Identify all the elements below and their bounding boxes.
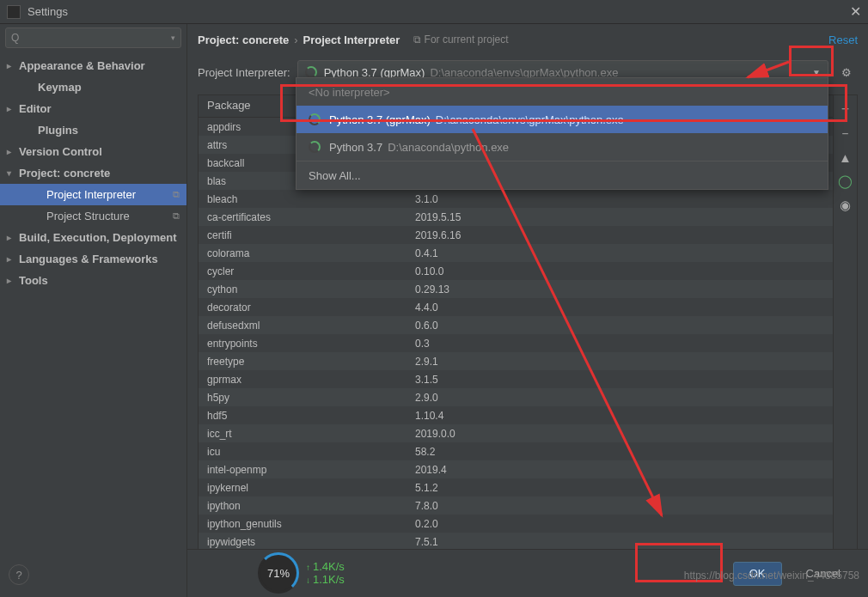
dropdown-show-all[interactable]: Show All... (296, 161, 828, 189)
sidebar-item-project-structure[interactable]: Project Structure⧉ (0, 205, 186, 227)
table-row[interactable]: hdf51.10.4 (199, 406, 857, 424)
help-icon[interactable]: ? (9, 564, 29, 585)
breadcrumb: Project: concrete›Project Interpreter (198, 34, 400, 46)
up-icon[interactable]: ▲ (839, 150, 852, 165)
gear-icon[interactable]: ⚙ (835, 61, 858, 83)
table-row[interactable]: intel-openmp2019.4 (199, 460, 857, 478)
table-row[interactable]: cython0.29.13 (199, 280, 857, 298)
sidebar-item-tools[interactable]: ▸Tools (0, 270, 186, 291)
interpreter-dropdown-list[interactable]: <No interpreter> Python 3.7 (gprMax)D:\a… (296, 77, 828, 190)
window-title: Settings (28, 5, 850, 18)
table-row[interactable]: h5py2.9.0 (199, 388, 857, 406)
dropdown-item[interactable]: Python 3.7D:\anaconda\python.exe (296, 133, 828, 161)
sidebar-item-appearance-behavior[interactable]: ▸Appearance & Behavior (0, 55, 186, 76)
sidebar-item-build-execution-deployment[interactable]: ▸Build, Execution, Deployment (0, 227, 186, 248)
close-icon[interactable]: ✕ (850, 3, 861, 20)
chevron-down-icon[interactable]: ▼ (812, 68, 821, 77)
table-row[interactable]: gprmax3.1.5 (199, 370, 857, 388)
table-row[interactable]: ipywidgets7.5.1 (199, 533, 857, 551)
table-row[interactable]: decorator4.4.0 (199, 298, 857, 316)
table-row[interactable]: colorama0.4.1 (199, 244, 857, 262)
table-row[interactable]: ipython7.8.0 (199, 496, 857, 515)
copy-icon: ⧉ (173, 189, 180, 200)
table-row[interactable]: freetype2.9.1 (199, 352, 857, 370)
reset-link[interactable]: Reset (828, 34, 858, 46)
sidebar-item-version-control[interactable]: ▸Version Control (0, 141, 186, 162)
table-row[interactable]: ipython_genutils0.2.0 (199, 515, 857, 533)
for-current-project-label: For current project (413, 34, 508, 46)
dropdown-item[interactable]: Python 3.7 (gprMax)D:\anaconda\envs\gprM… (296, 106, 828, 133)
performance-widget: 71% ↑1.4K/s ↓1.1K/s (258, 552, 345, 594)
table-row[interactable]: defusedxml0.6.0 (199, 316, 857, 334)
eye-icon[interactable]: ◉ (840, 198, 851, 213)
sidebar-item-keymap[interactable]: Keymap (0, 76, 186, 98)
table-row[interactable]: ipykernel5.1.2 (199, 478, 857, 496)
search-icon: Q (11, 32, 19, 44)
dropdown-no-interpreter[interactable]: <No interpreter> (296, 78, 828, 106)
table-row[interactable]: cycler0.10.0 (199, 262, 857, 280)
table-row[interactable]: icu58.2 (199, 442, 857, 460)
add-icon[interactable]: ＋ (839, 101, 852, 117)
table-row[interactable]: bleach3.1.0 (199, 190, 857, 208)
sidebar-item-plugins[interactable]: Plugins (0, 119, 186, 141)
copy-icon: ⧉ (173, 210, 180, 222)
table-row[interactable]: ca-certificates2019.5.15 (199, 208, 857, 226)
sidebar-item-editor[interactable]: ▸Editor (0, 98, 186, 119)
sidebar-item-project-concrete[interactable]: ▾Project: concrete (0, 162, 186, 184)
table-row[interactable]: entrypoints0.3 (199, 334, 857, 352)
search-input[interactable]: Q ▾ (5, 27, 181, 48)
app-icon (7, 5, 21, 19)
table-row[interactable]: certifi2019.6.16 (199, 226, 857, 244)
chevron-down-icon: ▾ (171, 34, 175, 42)
interpreter-label: Project Interpreter: (198, 66, 290, 79)
table-row[interactable]: icc_rt2019.0.0 (199, 424, 857, 442)
loading-icon: ◯ (838, 174, 853, 189)
sidebar-item-project-interpreter[interactable]: Project Interpreter⧉ (0, 184, 186, 205)
watermark: https://blog.csdn.net/weixin_44385758 (684, 570, 859, 582)
spinner-icon (305, 66, 317, 78)
remove-icon[interactable]: － (839, 125, 852, 142)
sidebar-item-languages-frameworks[interactable]: ▸Languages & Frameworks (0, 248, 186, 270)
